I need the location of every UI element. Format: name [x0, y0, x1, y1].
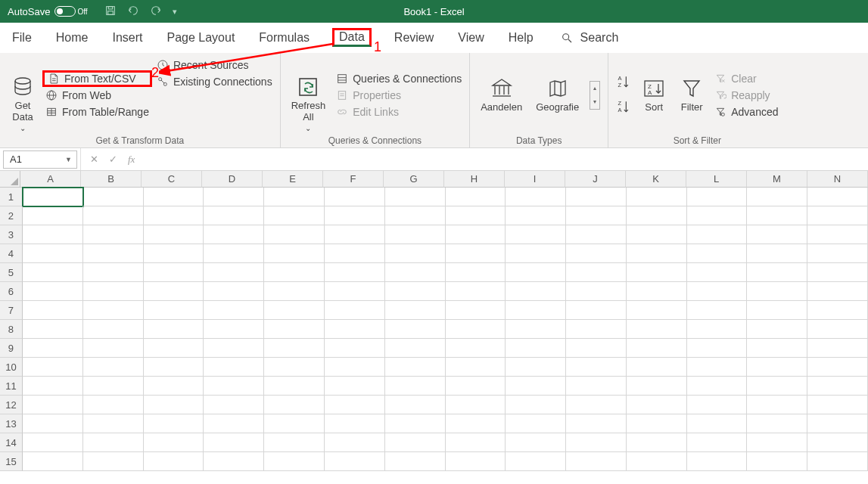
cell-C11[interactable]: [144, 377, 204, 396]
cell-C1[interactable]: [144, 188, 204, 206]
cell-N10[interactable]: [807, 358, 868, 377]
advanced-filter-button[interactable]: Advanced: [714, 106, 778, 118]
cell-D9[interactable]: [204, 339, 264, 358]
cell-F10[interactable]: [325, 358, 385, 377]
cell-J12[interactable]: [566, 396, 627, 414]
cell-G4[interactable]: [385, 244, 446, 263]
column-header-E[interactable]: E: [263, 171, 323, 188]
row-header-5[interactable]: 5: [0, 263, 23, 282]
row-header-9[interactable]: 9: [0, 339, 23, 358]
cell-G11[interactable]: [385, 377, 446, 396]
cell-G9[interactable]: [385, 339, 446, 358]
cell-N7[interactable]: [807, 301, 868, 320]
tab-view[interactable]: View: [456, 28, 485, 48]
column-header-L[interactable]: L: [686, 171, 747, 188]
row-header-8[interactable]: 8: [0, 320, 23, 339]
cell-H14[interactable]: [446, 433, 506, 452]
cell-B3[interactable]: [83, 225, 144, 244]
cell-E2[interactable]: [264, 206, 325, 225]
cell-M12[interactable]: [747, 396, 807, 414]
column-header-G[interactable]: G: [384, 171, 444, 188]
cell-E11[interactable]: [264, 377, 325, 396]
column-header-K[interactable]: K: [626, 171, 686, 188]
cell-G7[interactable]: [385, 301, 446, 320]
cell-A4[interactable]: [23, 244, 83, 263]
sort-button[interactable]: ZA Sort: [639, 75, 669, 114]
cell-N5[interactable]: [807, 263, 868, 282]
cell-C4[interactable]: [144, 244, 204, 263]
cell-N4[interactable]: [807, 244, 868, 263]
cell-D4[interactable]: [204, 244, 264, 263]
cell-B12[interactable]: [83, 396, 144, 414]
cell-F3[interactable]: [325, 225, 385, 244]
cell-L14[interactable]: [687, 433, 748, 452]
cell-I15[interactable]: [506, 452, 566, 471]
cell-A10[interactable]: [23, 358, 83, 377]
cell-H5[interactable]: [446, 263, 506, 282]
cell-D1[interactable]: [204, 188, 264, 206]
cell-J7[interactable]: [566, 301, 627, 320]
cell-M10[interactable]: [747, 358, 807, 377]
cell-B1[interactable]: [83, 188, 144, 206]
cell-J11[interactable]: [566, 377, 627, 396]
cell-I7[interactable]: [506, 301, 566, 320]
cell-K14[interactable]: [627, 433, 687, 452]
column-header-H[interactable]: H: [444, 171, 505, 188]
cell-D6[interactable]: [204, 282, 264, 301]
cell-K7[interactable]: [627, 301, 687, 320]
row-header-1[interactable]: 1: [0, 188, 23, 206]
cell-I11[interactable]: [506, 377, 566, 396]
cell-B11[interactable]: [83, 377, 144, 396]
cell-K2[interactable]: [627, 206, 687, 225]
from-table-range-button[interactable]: From Table/Range: [45, 106, 149, 118]
cell-L8[interactable]: [687, 320, 748, 339]
filter-button[interactable]: Filter: [677, 75, 707, 114]
cell-G1[interactable]: [385, 188, 446, 206]
cell-I3[interactable]: [506, 225, 566, 244]
cell-M14[interactable]: [747, 433, 807, 452]
cell-F15[interactable]: [325, 452, 385, 471]
cell-G10[interactable]: [385, 358, 446, 377]
cell-C7[interactable]: [144, 301, 204, 320]
cell-A8[interactable]: [23, 320, 83, 339]
cell-C5[interactable]: [144, 263, 204, 282]
cell-L2[interactable]: [687, 206, 748, 225]
search-button[interactable]: Search: [561, 31, 619, 45]
cell-J1[interactable]: [566, 188, 627, 206]
cell-N1[interactable]: [807, 188, 868, 206]
get-data-button[interactable]: Get Data ⌄: [8, 56, 38, 134]
cell-H12[interactable]: [446, 396, 506, 414]
data-types-more[interactable]: ▴▾: [590, 81, 600, 110]
cell-G14[interactable]: [385, 433, 446, 452]
cell-I5[interactable]: [506, 263, 566, 282]
cell-H3[interactable]: [446, 225, 506, 244]
cell-E1[interactable]: [264, 188, 325, 206]
cell-N6[interactable]: [807, 282, 868, 301]
cell-N11[interactable]: [807, 377, 868, 396]
cell-M6[interactable]: [747, 282, 807, 301]
cell-B4[interactable]: [83, 244, 144, 263]
cell-B5[interactable]: [83, 263, 144, 282]
cell-A11[interactable]: [23, 377, 83, 396]
cell-A3[interactable]: [23, 225, 83, 244]
cell-M2[interactable]: [747, 206, 807, 225]
cell-C10[interactable]: [144, 358, 204, 377]
cell-H2[interactable]: [446, 206, 506, 225]
row-header-14[interactable]: 14: [0, 433, 23, 452]
cell-D3[interactable]: [204, 225, 264, 244]
redo-icon[interactable]: [150, 5, 162, 19]
save-icon[interactable]: [104, 5, 117, 19]
refresh-all-button[interactable]: Refresh All ⌄: [288, 56, 329, 134]
cell-E15[interactable]: [264, 452, 325, 471]
cell-I9[interactable]: [506, 339, 566, 358]
cell-I10[interactable]: [506, 358, 566, 377]
cell-A6[interactable]: [23, 282, 83, 301]
cell-L12[interactable]: [687, 396, 748, 414]
toggle-switch[interactable]: [54, 6, 76, 17]
cell-K10[interactable]: [627, 358, 687, 377]
cell-J10[interactable]: [566, 358, 627, 377]
cell-L9[interactable]: [687, 339, 748, 358]
tab-review[interactable]: Review: [393, 28, 435, 48]
cell-A15[interactable]: [23, 452, 83, 471]
cell-C6[interactable]: [144, 282, 204, 301]
